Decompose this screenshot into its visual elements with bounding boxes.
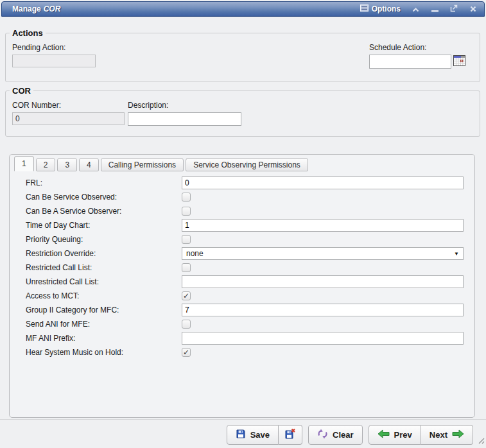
priority-queuing-control <box>182 235 464 244</box>
can-be-a-service-observer-checkbox[interactable] <box>182 207 191 216</box>
save-button-label: Save <box>250 430 270 440</box>
form-row: Can Be A Service Observer: <box>26 205 464 218</box>
save-disk-icon <box>236 429 246 441</box>
arrow-right-icon <box>452 429 464 440</box>
schedule-action-label: Schedule Action: <box>369 43 465 52</box>
form-row: Access to MCT:✓ <box>26 289 464 302</box>
minus-icon <box>431 3 438 15</box>
restriction-override-control: none▼ <box>182 247 464 260</box>
manage-cor-window: { "window": { "title_prefix": "Manage", … <box>0 0 486 448</box>
actions-legend: Actions <box>10 28 46 38</box>
prev-next-button-group: Prev Next <box>369 425 473 445</box>
clear-button[interactable]: Clear <box>308 425 363 445</box>
collapse-button[interactable] <box>411 4 420 13</box>
window-title-prefix: Manage <box>12 4 41 13</box>
form-row: MF ANI Prefix: <box>26 332 464 345</box>
unrestricted-call-list-label: Unrestricted Call List: <box>26 277 182 286</box>
selected-value: none <box>186 249 204 258</box>
save-cancel-disk-icon <box>284 428 296 442</box>
save-cancel-button[interactable] <box>279 425 302 445</box>
access-to-mct-label: Access to MCT: <box>26 291 182 300</box>
group-ii-category-for-mfc-input[interactable] <box>182 304 464 316</box>
mf-ani-prefix-label: MF ANI Prefix: <box>26 334 182 343</box>
group-ii-category-for-mfc-label: Group II Category for MFC: <box>26 306 182 314</box>
unrestricted-call-list-input[interactable] <box>182 275 464 288</box>
prev-button-label: Prev <box>394 430 412 440</box>
save-button[interactable]: Save <box>227 425 279 445</box>
time-of-day-chart-input[interactable] <box>182 219 464 232</box>
form-row: FRL: <box>26 177 464 189</box>
hear-system-music-on-hold-label: Hear System Music on Hold: <box>26 348 182 357</box>
access-to-mct-checkbox[interactable]: ✓ <box>182 291 191 300</box>
cor-number-label: COR Number: <box>12 101 125 110</box>
tab-2[interactable]: 2 <box>36 158 56 171</box>
minimize-button[interactable] <box>430 4 439 13</box>
arrow-left-icon <box>378 429 390 440</box>
pending-action-label: Pending Action: <box>12 43 96 52</box>
clear-refresh-icon <box>317 429 328 441</box>
tab-service-observing-permissions[interactable]: Service Observing Permissions <box>186 158 308 171</box>
window-title: ManageCOR <box>12 4 60 13</box>
description-field: Description: <box>128 101 241 126</box>
options-icon <box>360 4 369 13</box>
chevron-down-icon: ▼ <box>454 251 459 257</box>
schedule-action-input[interactable] <box>369 55 451 69</box>
tab-1[interactable]: 1 <box>14 156 34 171</box>
options-label: Options <box>372 4 401 13</box>
form-row: Group II Category for MFC: <box>26 304 464 316</box>
tab1-form: FRL:Can Be Service Observed:Can Be A Ser… <box>26 177 464 360</box>
form-row: Can Be Service Observed: <box>26 191 464 203</box>
description-input[interactable] <box>128 112 241 126</box>
titlebar: ManageCOR Options <box>1 1 485 17</box>
unrestricted-call-list-control <box>182 275 464 288</box>
restricted-call-list-control <box>182 263 464 272</box>
can-be-service-observed-label: Can Be Service Observed: <box>26 193 182 202</box>
can-be-a-service-observer-control <box>182 207 464 216</box>
actions-section: Actions Pending Action: Schedule Action: <box>5 28 480 82</box>
prev-button[interactable]: Prev <box>369 425 421 445</box>
tab-4[interactable]: 4 <box>79 158 99 171</box>
form-row: Restricted Call List: <box>26 261 464 274</box>
titlebar-controls: Options <box>360 4 478 13</box>
resize-grip-icon <box>476 435 485 446</box>
save-button-group: Save <box>227 425 302 445</box>
popout-button[interactable] <box>449 4 458 13</box>
group-ii-category-for-mfc-control <box>182 304 464 316</box>
footer-divider <box>0 419 486 420</box>
restricted-call-list-checkbox[interactable] <box>182 263 191 272</box>
time-of-day-chart-label: Time of Day Chart: <box>26 221 182 230</box>
cor-tab-panel: 1234Calling PermissionsService Observing… <box>9 154 475 418</box>
priority-queuing-checkbox[interactable] <box>182 235 191 244</box>
mf-ani-prefix-input[interactable] <box>182 332 464 345</box>
cor-section: COR COR Number: Description: <box>5 86 480 137</box>
close-icon <box>470 3 476 15</box>
restriction-override-select[interactable]: none▼ <box>182 247 464 260</box>
restricted-call-list-label: Restricted Call List: <box>26 263 182 272</box>
popout-icon <box>450 3 458 15</box>
frl-control <box>182 177 464 189</box>
form-row: Send ANI for MFE: <box>26 318 464 331</box>
tab-strip: 1234Calling PermissionsService Observing… <box>14 156 308 171</box>
hear-system-music-on-hold-checkbox[interactable]: ✓ <box>182 348 191 357</box>
close-button[interactable] <box>469 4 478 13</box>
options-button[interactable]: Options <box>360 4 401 13</box>
schedule-action-field: Schedule Action: <box>369 43 465 69</box>
form-row: Unrestricted Call List: <box>26 275 464 288</box>
tab-calling-permissions[interactable]: Calling Permissions <box>101 158 184 171</box>
frl-input[interactable] <box>182 177 464 189</box>
form-row: Time of Day Chart: <box>26 219 464 232</box>
description-label: Description: <box>128 101 241 110</box>
restriction-override-label: Restriction Override: <box>26 249 182 258</box>
can-be-service-observed-checkbox[interactable] <box>182 193 191 202</box>
cor-legend: COR <box>10 86 33 96</box>
next-button[interactable]: Next <box>421 425 473 445</box>
resize-grip[interactable] <box>476 435 485 447</box>
mf-ani-prefix-control <box>182 332 464 345</box>
frl-label: FRL: <box>26 178 182 187</box>
tab-3[interactable]: 3 <box>57 158 77 171</box>
form-row: Restriction Override:none▼ <box>26 247 464 260</box>
send-ani-for-mfe-checkbox[interactable] <box>182 320 191 329</box>
hear-system-music-on-hold-control: ✓ <box>182 348 464 357</box>
cor-number-input <box>12 112 125 125</box>
calendar-picker-button[interactable] <box>453 55 465 69</box>
